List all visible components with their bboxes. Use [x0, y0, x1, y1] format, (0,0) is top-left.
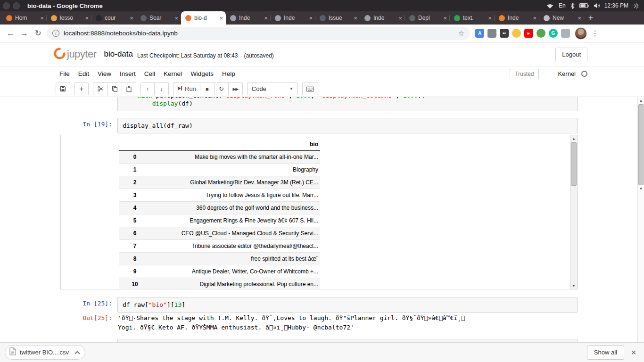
- output-scrollbar[interactable]: ▲ ▼: [570, 135, 577, 289]
- volume-icon[interactable]: [594, 3, 600, 8]
- green-extension-icon[interactable]: [537, 29, 545, 38]
- bookmark-star-icon[interactable]: ☆: [458, 29, 464, 38]
- scrollbar-thumb[interactable]: [571, 142, 577, 186]
- new-tab-button[interactable]: +: [584, 12, 597, 24]
- menu-item-file[interactable]: File: [55, 67, 74, 80]
- reload-button[interactable]: ↻: [31, 26, 45, 40]
- scrollbar-thumb[interactable]: [638, 104, 644, 185]
- lightgray-extension-icon[interactable]: [561, 29, 570, 38]
- restart-kernel-button[interactable]: ↻: [215, 82, 229, 95]
- tab-close-icon[interactable]: ×: [174, 15, 178, 21]
- menu-item-view[interactable]: View: [93, 67, 116, 80]
- bluetooth-icon[interactable]: [570, 3, 575, 9]
- browser-tab[interactable]: Hom×: [2, 11, 47, 25]
- menu-item-cell[interactable]: Cell: [140, 67, 159, 80]
- back-button[interactable]: ←: [4, 26, 17, 40]
- restart-run-all-button[interactable]: ▶▶: [229, 82, 243, 95]
- browser-tab[interactable]: Inde×: [495, 11, 539, 25]
- move-cell-down-button[interactable]: ↓: [155, 82, 169, 95]
- tab-close-icon[interactable]: ×: [488, 15, 492, 21]
- add-cell-button[interactable]: +: [74, 82, 89, 95]
- menu-item-widgets[interactable]: Widgets: [186, 67, 218, 80]
- browser-tab[interactable]: Issue×: [315, 11, 360, 25]
- download-item[interactable]: twittwer BIO....csv: [5, 345, 85, 360]
- browser-tab[interactable]: text.×: [450, 11, 495, 25]
- yellow-extension-icon[interactable]: [512, 29, 521, 38]
- keyboard-language-indicator[interactable]: En: [559, 2, 566, 9]
- save-button[interactable]: [56, 82, 70, 95]
- browser-tab[interactable]: New×: [539, 11, 584, 25]
- logout-button[interactable]: Logout: [555, 48, 587, 61]
- tab-close-icon[interactable]: ×: [309, 15, 313, 21]
- code-cell-partial-bottom[interactable]: [117, 339, 578, 342]
- browser-tab[interactable]: lesso×: [47, 11, 91, 25]
- tab-close-icon[interactable]: ×: [85, 15, 89, 21]
- dataframe-tbody: 0Make big moves with the smarter all-in-…: [119, 151, 320, 290]
- copy-cell-button[interactable]: [108, 82, 122, 95]
- tab-close-icon[interactable]: ×: [533, 15, 537, 21]
- youtube-extension-icon[interactable]: ▸: [524, 29, 533, 38]
- browser-tab[interactable]: Depl×: [405, 11, 450, 25]
- browser-tab[interactable]: Inde×: [271, 11, 315, 25]
- browser-tab[interactable]: bio-d×: [181, 11, 226, 25]
- code-cell-partial-top[interactable]: with pd.option_context('display.max_rows…: [117, 97, 578, 111]
- page-scrollbar[interactable]: ▲ ▼: [637, 97, 644, 342]
- gray-extension-icon[interactable]: [487, 29, 496, 38]
- system-tray: En 12:36 PM: [546, 2, 644, 9]
- chevron-up-icon[interactable]: [74, 351, 80, 356]
- cut-cell-button[interactable]: [93, 82, 108, 95]
- tab-close-icon[interactable]: ×: [398, 15, 402, 21]
- scroll-down-icon[interactable]: ▼: [638, 187, 644, 191]
- menu-item-kernel[interactable]: Kernel: [159, 67, 186, 80]
- run-cell-button[interactable]: Run: [173, 82, 200, 95]
- scroll-up-icon[interactable]: ▲: [638, 99, 644, 103]
- code-cell-in19[interactable]: display_all(df_raw): [117, 118, 578, 133]
- download-filename[interactable]: twittwer BIO....csv: [20, 349, 69, 356]
- menu-item-edit[interactable]: Edit: [74, 67, 93, 80]
- browser-tab[interactable]: Inde×: [360, 11, 405, 25]
- output-scroll-area[interactable]: bio 0Make big moves with the smarter all…: [60, 135, 578, 289]
- cell-type-dropdown[interactable]: Code ▼: [247, 82, 298, 95]
- grammarly-extension-icon[interactable]: G: [549, 29, 558, 38]
- menu-item-help[interactable]: Help: [218, 67, 239, 80]
- url-text[interactable]: localhost:8888/notebooks/bio-data.ipynb: [64, 30, 458, 37]
- browser-menu-icon[interactable]: ⋮: [591, 29, 599, 38]
- close-shelf-icon[interactable]: ×: [626, 347, 641, 358]
- clock[interactable]: 12:36 PM: [604, 2, 628, 9]
- jupyter-logo[interactable]: jupyter: [54, 48, 97, 61]
- tab-close-icon[interactable]: ×: [219, 15, 223, 21]
- paste-cell-button[interactable]: [122, 82, 136, 95]
- battery-icon[interactable]: [579, 3, 589, 8]
- browser-tab[interactable]: Sear×: [136, 11, 181, 25]
- browser-tab[interactable]: cour×: [91, 11, 136, 25]
- tab-close-icon[interactable]: ×: [443, 15, 447, 21]
- translate-extension-icon[interactable]: A: [475, 29, 484, 38]
- forward-button[interactable]: →: [17, 26, 31, 40]
- window-control-icon[interactable]: [13, 2, 20, 9]
- wifi-icon[interactable]: [546, 3, 554, 9]
- trusted-button[interactable]: Trusted: [510, 69, 539, 79]
- table-row: 8free spirited at its best âœ¨: [119, 253, 320, 265]
- row-bio-value: free spirited at its best âœ¨: [150, 253, 320, 265]
- scroll-up-icon[interactable]: ▲: [570, 135, 577, 142]
- browser-tab[interactable]: Inde×: [226, 11, 271, 25]
- tab-close-icon[interactable]: ×: [40, 15, 44, 21]
- notebook-title[interactable]: bio-data: [104, 49, 133, 59]
- window-control-icon[interactable]: [3, 2, 10, 9]
- profile-avatar[interactable]: [575, 27, 587, 40]
- site-info-icon[interactable]: i: [52, 30, 59, 37]
- tab-close-icon[interactable]: ×: [264, 15, 268, 21]
- scroll-down-icon[interactable]: ▼: [570, 282, 577, 289]
- tampermonkey-extension-icon[interactable]: ••: [500, 29, 509, 38]
- address-bar[interactable]: i localhost:8888/notebooks/bio-data.ipyn…: [47, 27, 470, 40]
- move-cell-up-button[interactable]: ↑: [140, 82, 155, 95]
- gear-icon[interactable]: [633, 3, 639, 9]
- code-cell-in25[interactable]: df_raw["bio"][13]: [117, 297, 578, 313]
- command-palette-button[interactable]: [302, 82, 318, 95]
- show-all-downloads-button[interactable]: Show all: [587, 346, 624, 360]
- tab-close-icon[interactable]: ×: [354, 15, 357, 21]
- menu-item-insert[interactable]: Insert: [116, 67, 140, 80]
- tab-close-icon[interactable]: ×: [578, 15, 581, 21]
- tab-close-icon[interactable]: ×: [130, 15, 133, 21]
- interrupt-kernel-button[interactable]: ■: [200, 82, 215, 95]
